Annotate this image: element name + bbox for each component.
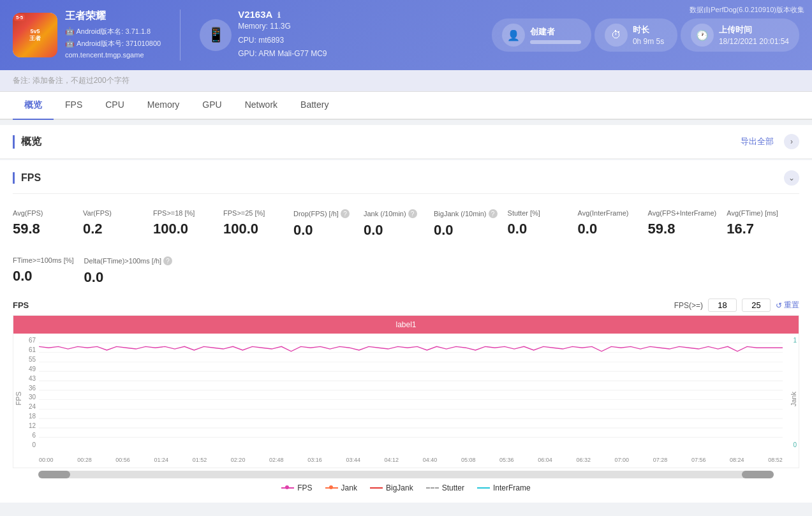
legend-stutter-label: Stutter: [442, 483, 464, 492]
stat-delta-ftime: Delta(FTime)>100ms [/h] ? 0.0: [84, 251, 183, 291]
creator-icon: 👤: [502, 24, 525, 47]
stat-avg-fps-value: 59.8: [13, 221, 73, 237]
x-label-11: 05:08: [461, 457, 476, 463]
tab-battery[interactable]: Battery: [289, 92, 340, 120]
fps-chart-svg: [39, 334, 783, 452]
device-info-icon: ℹ: [277, 11, 281, 20]
stat-delta-ftime-label: Delta(FTime)>100ms [/h] ?: [84, 256, 173, 265]
device-info: V2163A ℹ Memory: 11.3G CPU: mt6893 GPU: …: [238, 9, 327, 61]
x-label-17: 07:56: [691, 457, 706, 463]
tab-cpu[interactable]: CPU: [94, 92, 136, 120]
reset-label: 重置: [784, 300, 799, 311]
device-memory: Memory: 11.3G: [238, 22, 291, 31]
stat-bigjank-value: 0.0: [434, 222, 498, 239]
stat-ftime-value: 16.7: [727, 221, 786, 237]
drop-fps-help-icon[interactable]: ?: [341, 209, 350, 218]
app-badge: 5·5: [14, 14, 25, 21]
stat-jank-label: Jank (/10min) ?: [364, 209, 424, 218]
y-label-18: 18: [13, 413, 39, 420]
y-label-6: 6: [13, 432, 39, 439]
stat-fps25: FPS>=25 [%] 100.0: [223, 204, 293, 244]
stat-drop-fps: Drop(FPS) [/h] ? 0.0: [293, 204, 364, 244]
x-label-9: 04:12: [385, 457, 399, 463]
fps-title: FPS: [13, 172, 41, 184]
x-label-2: 00:56: [115, 457, 130, 463]
app-info: 5v5王者 5·5 王者荣耀 🤖 Android版本名: 3.71.1.8 🤖 …: [13, 10, 161, 61]
collapse-fps-btn[interactable]: ⌄: [784, 170, 799, 186]
overview-section-header: 概览 导出全部 ›: [0, 125, 812, 159]
bigjank-help-icon[interactable]: ?: [489, 209, 498, 218]
creator-bar: [530, 40, 581, 44]
fps-axis-label: FPS: [15, 392, 22, 405]
duration-item: ⏱ 时长 0h 9m 5s: [594, 18, 677, 52]
tab-memory[interactable]: Memory: [136, 92, 191, 120]
stat-stutter-label: Stutter [%]: [508, 209, 568, 217]
stat-interframe-value: 0.0: [578, 221, 638, 237]
fps-stats-grid-row2: FTime>=100ms [%] 0.0 Delta(FTime)>100ms …: [13, 251, 799, 291]
y-label-61: 61: [13, 346, 39, 353]
x-label-8: 03:44: [346, 457, 360, 463]
x-label-12: 05:36: [499, 457, 514, 463]
fps-line: [39, 346, 783, 351]
stat-interframe-label: Avg(InterFrame): [578, 209, 638, 217]
fps-threshold-input-1[interactable]: [708, 299, 737, 312]
creator-item: 👤 创建者: [492, 18, 591, 52]
fps-section: FPS ⌄ Avg(FPS) 59.8 Var(FPS) 0.2 FPS>=18…: [0, 160, 812, 503]
stat-fps18: FPS>=18 [%] 100.0: [153, 204, 223, 244]
stat-fps-interframe-value: 59.8: [648, 221, 717, 237]
jank-help-icon[interactable]: ?: [408, 209, 417, 218]
legend-interframe: InterFrame: [477, 483, 531, 492]
x-label-1: 00:28: [77, 457, 92, 463]
stat-stutter: Stutter [%] 0.0: [508, 204, 578, 244]
fps-threshold: FPS(>=) ↺ 重置: [674, 299, 799, 312]
tab-fps[interactable]: FPS: [54, 92, 94, 120]
device-cpu: CPU: mt6893: [238, 36, 284, 45]
stat-bigjank: BigJank (/10min) ? 0.0: [434, 204, 508, 244]
chart-controls: FPS FPS(>=) ↺ 重置: [13, 299, 799, 312]
tab-gpu[interactable]: GPU: [191, 92, 233, 120]
tab-overview[interactable]: 概览: [13, 92, 54, 120]
stat-interframe: Avg(InterFrame) 0.0: [578, 204, 648, 244]
overview-title: 概览: [13, 135, 41, 149]
stat-avg-fps-label: Avg(FPS): [13, 209, 73, 217]
fps-stats-grid: Avg(FPS) 59.8 Var(FPS) 0.2 FPS>=18 [%] 1…: [13, 204, 799, 244]
device-icon: 📱: [200, 19, 232, 51]
meta-items: 👤 创建者 ⏱ 时长 0h 9m 5s 🕐 上传时间 18/12/2: [340, 18, 799, 52]
stat-var-fps-label: Var(FPS): [83, 209, 143, 217]
reset-btn[interactable]: ↺ 重置: [776, 300, 799, 311]
export-btn[interactable]: 导出全部: [741, 136, 774, 147]
upload-value: 18/12/2021 20:01:54: [719, 37, 789, 46]
y-label-55: 55: [13, 356, 39, 363]
scrollbar-right-thumb[interactable]: [742, 471, 774, 478]
legend-jank: Jank: [325, 483, 357, 492]
y-label-43: 43: [13, 375, 39, 382]
chart-svg-area: [39, 334, 783, 452]
stat-ftime-100: FTime>=100ms [%] 0.0: [13, 251, 84, 291]
divider: [180, 10, 181, 61]
reset-icon: ↺: [776, 301, 782, 310]
fps-threshold-input-2[interactable]: [742, 299, 771, 312]
collapse-overview-btn[interactable]: ›: [784, 134, 799, 149]
legend-fps-label: FPS: [297, 483, 312, 492]
stat-var-fps: Var(FPS) 0.2: [83, 204, 153, 244]
notes-bar[interactable]: 备注: 添加备注，不超过200个字符: [0, 70, 812, 92]
app-details: 王者荣耀 🤖 Android版本名: 3.71.1.8 🤖 Android版本号…: [65, 10, 161, 61]
x-label-15: 07:00: [615, 457, 630, 463]
scrollbar-left-thumb[interactable]: [38, 471, 70, 478]
app-name: 王者荣耀: [65, 10, 161, 23]
chart-legend: FPS Jank BigJank Stutter InterFrame: [13, 483, 799, 492]
stat-fps18-label: FPS>=18 [%]: [153, 209, 213, 217]
y-label-0: 0: [13, 441, 39, 448]
nav-tabs: 概览 FPS CPU Memory GPU Network Battery: [0, 92, 812, 120]
stat-var-fps-value: 0.2: [83, 221, 143, 237]
x-label-3: 01:24: [154, 457, 169, 463]
stat-stutter-value: 0.0: [508, 221, 568, 237]
delta-ftime-help-icon[interactable]: ?: [163, 256, 172, 265]
legend-interframe-label: InterFrame: [493, 483, 531, 492]
y-label-67: 67: [13, 337, 39, 344]
x-label-16: 07:28: [653, 457, 668, 463]
chart-scrollbar[interactable]: [38, 471, 774, 478]
tab-network[interactable]: Network: [233, 92, 289, 120]
legend-stutter: Stutter: [426, 483, 464, 492]
app-icon: 5v5王者 5·5: [13, 13, 57, 57]
